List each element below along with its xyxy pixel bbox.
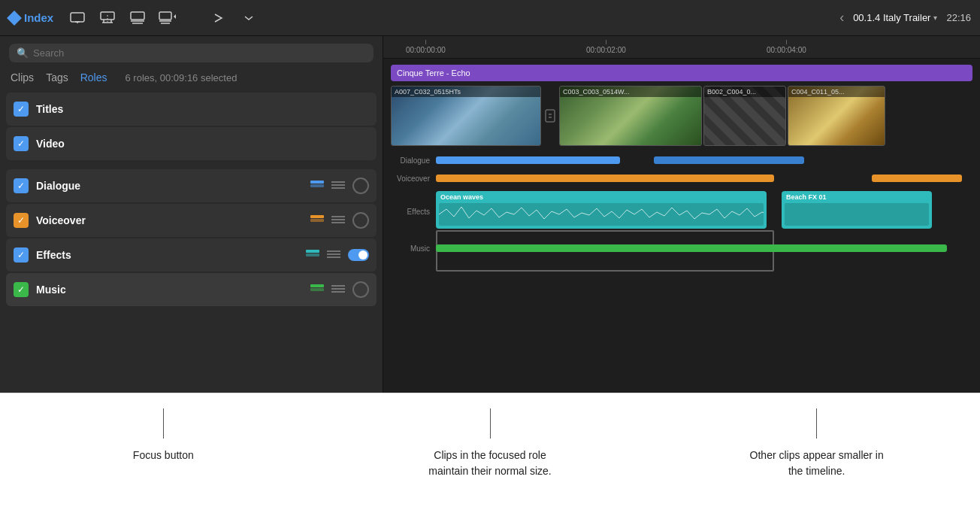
focus-toggle-music[interactable]: [352, 281, 369, 298]
annotation-focused-role: Clips in the focused role maintain their…: [327, 408, 654, 479]
search-bar: 🔍: [9, 44, 374, 62]
tab-tags[interactable]: Tags: [46, 71, 68, 83]
role-check-voiceover[interactable]: ✓: [14, 213, 29, 228]
search-input[interactable]: [33, 47, 366, 59]
role-row-video: ✓ Video: [6, 127, 377, 160]
dialogue-track-row: Dialogue: [383, 155, 980, 165]
role-icons-effects: [306, 249, 369, 261]
svg-rect-8: [131, 12, 144, 20]
annotation-focus-button: Focus button: [0, 408, 327, 463]
timeline-ruler: 00:00:00:00 00:00:02:00 00:00:04:00: [383, 36, 980, 59]
role-section-gap-1: [6, 162, 377, 168]
clip-label-a007: A007_C032_0515HTs: [392, 87, 540, 97]
left-panel: 🔍 Clips Tags Roles 6 roles, 00:09:16 sel…: [0, 36, 383, 393]
toolbar-icon-4-dropdown[interactable]: [156, 6, 180, 30]
tab-roles[interactable]: Roles: [80, 71, 107, 83]
svg-rect-25: [306, 253, 319, 256]
dialogue-track-label: Dialogue: [383, 156, 436, 165]
role-check-video[interactable]: ✓: [14, 136, 29, 151]
role-label-voiceover: Voiceover: [36, 214, 303, 226]
svg-rect-14: [310, 181, 324, 184]
effects-clip-ocean[interactable]: Ocean waves: [436, 191, 767, 229]
video-clip-c003[interactable]: C003_C003_0514W...: [559, 86, 702, 146]
role-lanes-icon-music[interactable]: [331, 284, 345, 295]
role-label-music: Music: [36, 284, 303, 296]
role-label-video: Video: [36, 138, 369, 150]
voiceover-bar-2[interactable]: [872, 175, 962, 182]
role-row-music: ✓ Music: [6, 273, 377, 306]
role-audio-icon-music[interactable]: [310, 284, 324, 295]
top-bar: Index: [0, 0, 980, 36]
toolbar-icons: [65, 6, 839, 30]
annotation-line-3: [816, 408, 817, 439]
role-lanes-icon-effects[interactable]: [327, 250, 340, 260]
focus-toggle-voiceover[interactable]: [352, 212, 369, 229]
voiceover-track-label: Voiceover: [383, 175, 436, 183]
toolbar-icon-3[interactable]: [126, 6, 150, 30]
role-label-titles: Titles: [36, 103, 369, 115]
voiceover-bar-1[interactable]: [436, 175, 774, 182]
diamond-icon: [7, 11, 22, 26]
role-label-effects: Effects: [36, 249, 298, 261]
tab-clips[interactable]: Clips: [11, 71, 34, 83]
effects-track-row: Effects Ocean waves Beach FX 01: [383, 191, 980, 232]
time-display: 22:16: [946, 12, 971, 23]
role-row-voiceover: ✓ Voiceover: [6, 204, 377, 237]
role-lanes-icon[interactable]: [331, 181, 345, 191]
project-dropdown-icon[interactable]: ▾: [933, 14, 937, 22]
annotation-line-1: [163, 408, 164, 439]
role-check-effects[interactable]: ✓: [14, 247, 29, 263]
video-clip-b002[interactable]: B002_C004_0...: [703, 86, 786, 146]
annotation-text-1: Focus button: [133, 448, 194, 463]
toolbar-icon-2[interactable]: [95, 6, 119, 30]
role-audio-lanes-icon[interactable]: [310, 181, 324, 191]
clip-label-c003: C003_C003_0514W...: [560, 87, 701, 97]
role-audio-icon-voiceover[interactable]: [310, 215, 324, 226]
role-check-dialogue[interactable]: ✓: [14, 178, 29, 193]
music-bar[interactable]: [436, 244, 947, 252]
svg-rect-0: [71, 13, 84, 22]
tabs-row: Clips Tags Roles 6 roles, 00:09:16 selec…: [0, 68, 383, 90]
video-clip-a007[interactable]: A007_C032_0515HTs: [391, 86, 541, 146]
dialogue-bar-2[interactable]: [654, 156, 804, 164]
role-row-effects: ✓ Effects: [6, 238, 377, 272]
focus-toggle-dialogue[interactable]: [352, 178, 369, 194]
svg-rect-29: [310, 284, 324, 287]
role-row-titles: ✓ Titles: [6, 93, 377, 126]
video-clip-c004[interactable]: C004_C011_05...: [788, 86, 885, 146]
annotation-line-2: [490, 408, 491, 439]
role-icons-music: [310, 281, 369, 298]
role-check-music[interactable]: ✓: [14, 282, 29, 297]
ruler-mark-1: 00:00:02:00: [586, 40, 626, 54]
back-button[interactable]: ‹: [839, 10, 844, 26]
effects-clip-beach[interactable]: Beach FX 01: [782, 191, 932, 229]
role-check-titles[interactable]: ✓: [14, 102, 29, 117]
toolbar-icon-1[interactable]: [65, 6, 89, 30]
svg-rect-20: [310, 219, 324, 222]
gap-marker: [543, 86, 558, 146]
search-icon: 🔍: [17, 47, 29, 59]
video-track: A007_C032_0515HTs C003_C003_0514W... B00…: [391, 86, 972, 146]
svg-rect-15: [310, 184, 324, 187]
toolbar-icon-arrow-dropdown[interactable]: [237, 6, 261, 30]
project-title: 00.1.4 Italy Trailer ▾: [853, 12, 937, 23]
role-audio-icon-effects[interactable]: [306, 250, 319, 260]
title-track-label: Cinque Terre - Echo: [397, 68, 470, 77]
title-track[interactable]: Cinque Terre - Echo: [391, 65, 972, 81]
role-row-dialogue: ✓ Dialogue: [6, 169, 377, 202]
role-lanes-icon-voiceover[interactable]: [331, 215, 345, 226]
roles-list: ✓ Titles ✓ Video ✓ Dialogue: [0, 90, 383, 309]
tab-info: 6 roles, 00:09:16 selected: [126, 72, 237, 83]
role-icons-voiceover: [310, 212, 369, 229]
focus-toggle-effects[interactable]: [348, 249, 369, 261]
annotation-text-2: Clips in the focused role maintain their…: [415, 448, 565, 479]
svg-rect-11: [159, 12, 171, 20]
music-track-label: Music: [383, 244, 436, 253]
toolbar-right: ‹ 00.1.4 Italy Trailer ▾ 22:16: [839, 10, 971, 26]
toolbar-icon-arrow[interactable]: [207, 6, 231, 30]
dialogue-bar-1[interactable]: [436, 156, 620, 164]
timeline-content: Cinque Terre - Echo A007_C032_0515HTs: [383, 59, 980, 393]
annotation-other-clips: Other clips appear smaller in the timeli…: [653, 408, 980, 479]
index-button[interactable]: Index: [9, 11, 53, 24]
svg-rect-34: [546, 110, 555, 122]
